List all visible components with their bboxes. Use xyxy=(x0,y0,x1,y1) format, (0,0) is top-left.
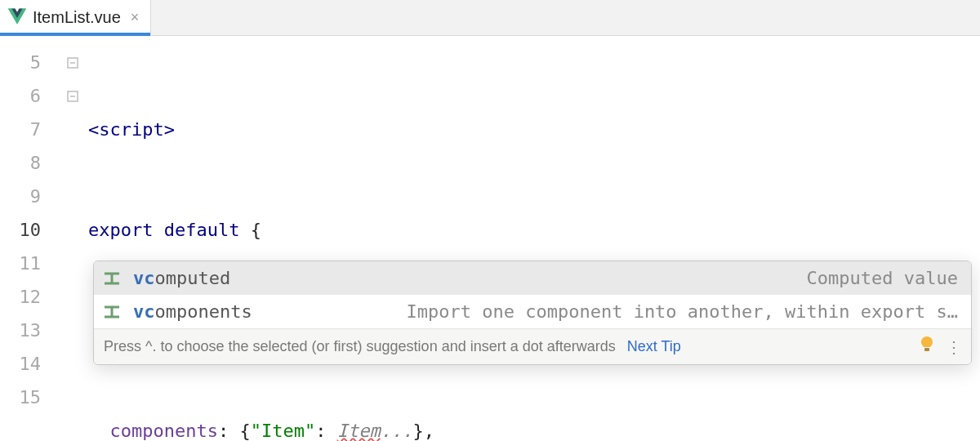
autocomplete-label: vcomputed xyxy=(133,268,230,288)
line-number[interactable]: 12 xyxy=(0,280,41,314)
code-line[interactable]: components: {"Item": Item...}, xyxy=(88,414,980,441)
fold-strip xyxy=(57,36,88,441)
next-tip-link[interactable]: Next Tip xyxy=(627,338,681,355)
autocomplete-desc: Computed value xyxy=(807,268,958,288)
close-icon[interactable]: × xyxy=(131,9,140,26)
line-number[interactable]: 13 xyxy=(0,314,41,347)
more-icon[interactable]: ⋮ xyxy=(946,337,961,357)
lightbulb-icon[interactable] xyxy=(920,336,934,358)
line-number[interactable]: 9 xyxy=(0,180,41,213)
line-number[interactable]: 11 xyxy=(0,247,41,280)
svg-rect-10 xyxy=(924,348,929,351)
live-template-icon xyxy=(100,271,123,286)
code-area[interactable]: <script> export default { name: "ItemLis… xyxy=(88,36,980,441)
autocomplete-label: vcomponents xyxy=(133,301,252,322)
code-line[interactable]: <script> xyxy=(88,113,980,146)
editor: 5 6 7 8 9 10 11 12 13 14 15 <script> exp… xyxy=(0,36,980,441)
tab-itemlist[interactable]: ItemList.vue × xyxy=(0,0,151,35)
autocomplete-item[interactable]: vcomponents Import one component into an… xyxy=(94,295,971,328)
fold-toggle-icon[interactable] xyxy=(57,79,88,113)
line-number[interactable]: 7 xyxy=(0,113,41,146)
autocomplete-desc: Import one component into another, withi… xyxy=(406,301,958,322)
vue-logo-icon xyxy=(8,8,26,26)
tab-bar: ItemList.vue × xyxy=(0,0,980,36)
line-number[interactable]: 8 xyxy=(0,146,41,180)
live-template-icon xyxy=(100,305,123,319)
footer-tip: Press ^. to choose the selected (or firs… xyxy=(104,338,616,355)
line-number[interactable]: 14 xyxy=(0,347,41,381)
line-number[interactable]: 15 xyxy=(0,381,41,414)
autocomplete-footer: Press ^. to choose the selected (or firs… xyxy=(94,328,971,364)
tab-filename: ItemList.vue xyxy=(33,8,121,27)
autocomplete-popup: vcomputed Computed value vcomponents Imp… xyxy=(93,261,972,365)
line-number[interactable]: 10 xyxy=(0,213,41,247)
code-line[interactable]: export default { xyxy=(88,213,980,247)
gutter: 5 6 7 8 9 10 11 12 13 14 15 xyxy=(0,36,57,441)
line-number[interactable]: 6 xyxy=(0,79,41,113)
autocomplete-item[interactable]: vcomputed Computed value xyxy=(94,261,971,295)
fold-toggle-icon[interactable] xyxy=(57,46,88,79)
line-number[interactable]: 5 xyxy=(0,46,41,79)
